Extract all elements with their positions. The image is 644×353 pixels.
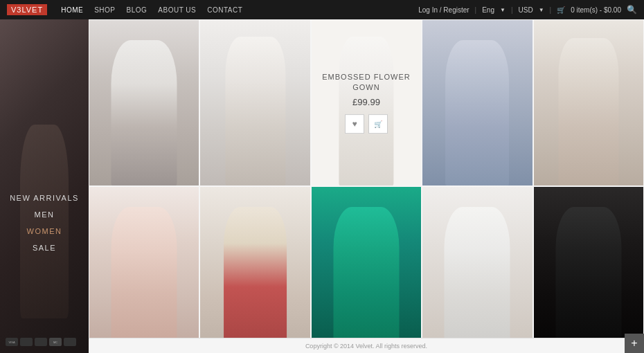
product-cell-2[interactable]	[199, 19, 310, 186]
logo-text: V3LVET	[11, 6, 43, 14]
main-content: NEW ARRIVALS MEN WOMEN SALE VISA MC	[0, 19, 644, 353]
copyright-text: Copyright © 2014 Velvet. All rights rese…	[305, 343, 427, 350]
product-cell-8[interactable]	[311, 186, 422, 353]
divider2: |	[511, 6, 513, 14]
nav-blog[interactable]: BLOG	[127, 6, 147, 14]
sidebar-item-women[interactable]: WOMEN	[0, 223, 89, 239]
payment-icon-5	[64, 338, 76, 346]
product-cell-4[interactable]	[422, 19, 533, 186]
payment-icons: VISA MC	[6, 338, 76, 346]
sidebar: NEW ARRIVALS MEN WOMEN SALE VISA MC	[0, 19, 89, 353]
featured-cart-button[interactable]: 🛒	[368, 114, 388, 134]
sidebar-item-new-arrivals[interactable]: NEW ARRIVALS	[0, 190, 89, 206]
product-cell-1[interactable]	[89, 19, 199, 186]
product-grid: EMBOSSED FLOWER GOWN £99.99 ♥ 🛒	[89, 19, 644, 353]
sidebar-nav: NEW ARRIVALS MEN WOMEN SALE	[0, 190, 89, 256]
main-nav: HOME SHOP BLOG ABOUT US CONTACT	[61, 6, 418, 14]
product-cell-featured[interactable]: EMBOSSED FLOWER GOWN £99.99 ♥ 🛒	[311, 19, 422, 186]
payment-icon-4: MC	[49, 338, 62, 346]
featured-product-price: £99.99	[318, 97, 415, 107]
cart-icon: 🛒	[557, 6, 565, 14]
cart-button[interactable]: 0 item(s) - $0.00	[571, 6, 621, 14]
product-cell-7[interactable]	[199, 186, 310, 353]
language-selector[interactable]: Eng	[482, 6, 494, 14]
login-register-link[interactable]: Log In / Register	[418, 6, 469, 14]
topbar: V3LVET HOME SHOP BLOG ABOUT US CONTACT L…	[0, 0, 644, 19]
currency-selector[interactable]: USD	[519, 6, 533, 14]
featured-actions: ♥ 🛒	[318, 114, 415, 134]
payment-icon-2	[20, 338, 33, 346]
product-cell-5[interactable]	[533, 19, 644, 186]
footer: Copyright © 2014 Velvet. All rights rese…	[89, 338, 644, 353]
nav-contact[interactable]: CONTACT	[207, 6, 242, 14]
expand-button[interactable]: +	[625, 334, 644, 353]
nav-home[interactable]: HOME	[61, 6, 83, 14]
divider1: |	[475, 6, 477, 14]
nav-right: Log In / Register | Eng ▼ | USD ▼ | 🛒 0 …	[418, 5, 637, 15]
cart-count: 0 item(s) - $0.00	[571, 6, 621, 14]
payment-icon-1: VISA	[6, 338, 18, 346]
product-cell-9[interactable]	[422, 186, 533, 353]
nav-shop[interactable]: SHOP	[94, 6, 115, 14]
lang-arrow: ▼	[500, 7, 506, 13]
payment-icon-3	[35, 338, 47, 346]
featured-product-title: EMBOSSED FLOWER GOWN	[318, 72, 415, 93]
divider3: |	[550, 6, 552, 14]
featured-product-info: EMBOSSED FLOWER GOWN £99.99 ♥ 🛒	[318, 72, 415, 134]
sidebar-item-men[interactable]: MEN	[0, 206, 89, 223]
search-button[interactable]: 🔍	[627, 5, 637, 15]
product-cell-6[interactable]	[89, 186, 199, 353]
nav-about[interactable]: ABOUT US	[158, 6, 196, 14]
logo[interactable]: V3LVET	[7, 4, 47, 15]
currency-arrow: ▼	[539, 7, 544, 13]
product-cell-10[interactable]	[533, 186, 644, 353]
sidebar-item-sale[interactable]: SALE	[0, 239, 89, 256]
featured-wishlist-button[interactable]: ♥	[345, 114, 364, 134]
